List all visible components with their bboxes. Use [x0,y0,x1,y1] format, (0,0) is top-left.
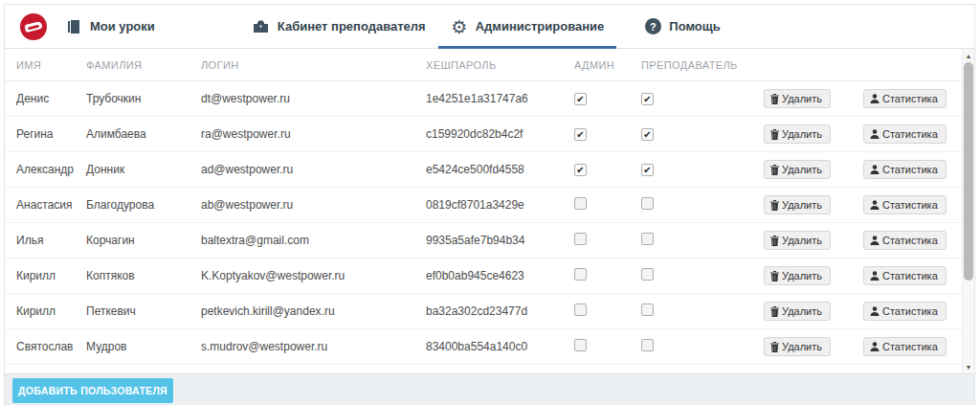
admin-checkbox[interactable] [574,197,587,210]
teacher-checkbox[interactable] [641,233,654,245]
tab-help[interactable]: ? Помощь [632,5,732,48]
teacher-checkbox[interactable]: ✔ [641,128,654,141]
person-icon [870,342,880,351]
header-teacher: ПРЕПОДАВАТЕЛЬ [641,59,764,71]
delete-button[interactable]: Удалить [764,195,831,214]
scroll-down-arrow[interactable]: ▼ [963,361,974,372]
footer-bar: ДОБАВИТЬ ПОЛЬЗОВАТЕЛЯ [5,373,974,405]
teacher-checkbox[interactable]: ✔ [641,164,654,176]
delete-button[interactable]: Удалить [764,266,831,285]
person-icon [870,94,880,103]
cell-surname: Корчагин [86,234,201,247]
teacher-checkbox[interactable] [641,304,654,316]
person-icon [870,200,880,210]
admin-checkbox[interactable]: ✔ [574,128,587,141]
cell-hash: e5424ce500fd4558 [426,163,574,176]
users-table: ИМЯ ФАМИЛИЯ ЛОГИН ХЕШПАРОЛЬ АДМИН ПРЕПОД… [5,49,962,373]
cell-login: ra@westpower.ru [201,127,426,141]
teacher-checkbox[interactable] [641,268,654,281]
table-row: Илья Корчагин baltextra@gmail.com 9935a5… [5,223,962,259]
tab-my-lessons[interactable]: Мои уроки [53,5,167,48]
statistics-button-label: Статистика [882,199,938,211]
delete-button[interactable]: Удалить [764,302,831,321]
cell-hash: ef0b0ab945ce4623 [426,269,574,282]
statistics-button-label: Статистика [882,341,938,352]
delete-button-label: Удалить [782,164,822,175]
cell-login: ad@westpower.ru [201,163,426,176]
cell-surname: Алимбаева [86,127,201,141]
statistics-button-label: Статистика [882,128,938,140]
cell-surname: Мудров [86,340,201,353]
cell-name: Анастасия [5,198,86,212]
delete-button[interactable]: Удалить [764,337,831,356]
admin-checkbox[interactable] [574,339,587,351]
tab-administration[interactable]: ⚙ Администрирование [438,5,617,48]
teacher-checkbox[interactable] [641,197,654,210]
cell-hash: 1e4251e1a31747a6 [426,92,574,105]
statistics-button-label: Статистика [882,93,938,104]
table-body: Денис Трубочкин dt@westpower.ru 1e4251e1… [5,81,962,365]
statistics-button[interactable]: Статистика [863,195,947,214]
trash-icon [770,271,779,281]
table-header-row: ИМЯ ФАМИЛИЯ ЛОГИН ХЕШПАРОЛЬ АДМИН ПРЕПОД… [5,49,962,81]
tab-teacher-cabinet[interactable]: Кабинет преподавателя [240,5,438,48]
table-row: Кирилл Петкевич petkevich.kirill@yandex.… [5,294,962,329]
table-row: Анастасия Благодурова ab@westpower.ru 08… [5,188,962,223]
admin-checkbox[interactable] [574,233,587,245]
header-hash: ХЕШПАРОЛЬ [426,59,574,71]
cell-surname: Петкевич [86,304,201,318]
scrollbar-thumb[interactable] [964,62,973,281]
statistics-button[interactable]: Статистика [863,337,947,356]
admin-checkbox[interactable]: ✔ [574,164,587,176]
delete-button[interactable]: Удалить [764,89,831,108]
cell-hash: 9935a5afe7b94b34 [426,234,574,247]
trash-icon [770,342,779,352]
scroll-up-arrow[interactable]: ▲ [963,50,974,61]
teacher-checkbox[interactable] [641,339,654,351]
teacher-checkbox[interactable]: ✔ [641,93,654,105]
cell-name: Илья [5,234,86,247]
statistics-button[interactable]: Статистика [863,302,947,321]
teacher-cabinet-icon [253,18,270,35]
cell-name: Святослав [5,340,86,353]
person-icon [870,236,880,245]
delete-button-label: Удалить [782,305,822,317]
admin-panel: Мои уроки Кабинет преподавателя ⚙ Админи… [4,4,975,405]
trash-icon [770,94,779,104]
cell-login: ab@westpower.ru [201,198,426,212]
delete-button-label: Удалить [782,93,822,104]
delete-button[interactable]: Удалить [764,231,831,250]
admin-checkbox[interactable] [574,268,587,281]
admin-checkbox[interactable] [574,304,587,316]
trash-icon [770,200,779,211]
cell-login: petkevich.kirill@yandex.ru [201,304,426,318]
cell-name: Кирилл [5,304,86,318]
statistics-button[interactable]: Статистика [863,160,947,179]
vertical-scrollbar[interactable]: ▲ ▼ [962,49,974,373]
cell-login: dt@westpower.ru [201,92,426,105]
cell-login: baltextra@gmail.com [201,234,426,247]
delete-button[interactable]: Удалить [764,160,831,179]
cell-login: K.Koptyakov@westpower.ru [201,269,426,282]
statistics-button[interactable]: Статистика [863,231,947,250]
cell-hash: ba32a302cd23477d [426,304,574,318]
statistics-button-label: Статистика [882,270,938,281]
delete-button[interactable]: Удалить [764,124,831,144]
trash-icon [770,165,779,175]
statistics-button[interactable]: Статистика [863,124,947,144]
delete-button-label: Удалить [782,270,822,281]
add-user-button[interactable]: ДОБАВИТЬ ПОЛЬЗОВАТЕЛЯ [12,378,173,403]
cell-name: Регина [5,127,86,141]
header-admin: АДМИН [574,59,641,71]
table-row: Кирилл Коптяков K.Koptyakov@westpower.ru… [5,259,962,294]
statistics-button[interactable]: Статистика [863,89,947,108]
cell-surname: Коптяков [86,269,201,282]
person-icon [870,306,880,316]
header-surname: ФАМИЛИЯ [86,59,201,71]
delete-button-label: Удалить [782,235,822,246]
app-logo-icon[interactable] [20,13,47,40]
gear-icon: ⚙ [451,18,468,35]
admin-checkbox[interactable]: ✔ [574,93,587,105]
trash-icon [770,236,779,246]
statistics-button[interactable]: Статистика [863,266,947,285]
